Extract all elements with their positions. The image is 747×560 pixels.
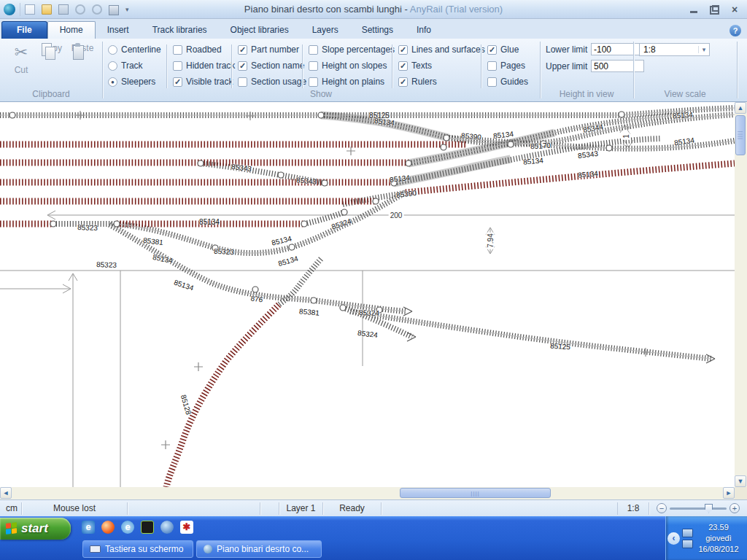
scrollbar-corner [735, 487, 747, 499]
part-number-label: 85323 [96, 260, 117, 269]
check-glue[interactable]: ✓Glue [487, 44, 519, 55]
radio-sleepers[interactable]: ●Sleepers [108, 77, 155, 87]
check-section-usage[interactable]: Section usage [238, 77, 306, 87]
save-file-icon[interactable] [58, 4, 69, 15]
undo-icon[interactable] [75, 4, 85, 15]
copy-button[interactable]: Copy [38, 43, 66, 53]
check-slope-percentages[interactable]: Slope percentages [309, 44, 395, 55]
cut-button[interactable]: ✂ Cut [7, 43, 35, 75]
tab-track-libraries[interactable]: Track libraries [141, 22, 219, 39]
lower-limit-row: Lower limit [546, 43, 644, 55]
check-visible-track[interactable]: ✓Visible track [173, 77, 233, 87]
upper-limit-field[interactable] [591, 60, 644, 72]
network-icon[interactable] [682, 529, 693, 537]
window-controls: × [689, 5, 747, 14]
status-ready: Ready [323, 502, 382, 515]
check-section-name[interactable]: ✓Section name [238, 61, 304, 71]
check-height-on-plains[interactable]: Height on plains [309, 77, 384, 87]
taskbar-buttons: Tastiera su schermo Piano binari desrto … [82, 540, 322, 558]
open-file-icon[interactable] [42, 4, 52, 15]
status-scale: 1:8 [617, 502, 649, 515]
clock-date: 16/08/2012 [693, 544, 744, 555]
close-button[interactable]: × [729, 5, 740, 14]
tab-object-libraries[interactable]: Object libraries [219, 22, 301, 39]
firefox-icon[interactable] [101, 521, 115, 534]
part-number-label: 876 [250, 294, 263, 303]
paste-button[interactable]: Paste [69, 43, 96, 53]
quick-launch-bar: e e ✱ [82, 521, 193, 534]
status-layer: Layer 1 [279, 502, 323, 515]
restore-button[interactable] [709, 5, 719, 14]
qat-dropdown-icon[interactable]: ▾ [125, 6, 129, 13]
minimize-button[interactable] [689, 5, 699, 14]
internet-explorer-icon[interactable]: e [82, 521, 95, 534]
help-icon[interactable]: ? [729, 25, 741, 36]
network-icon-2[interactable] [682, 540, 693, 548]
windows-flag-icon [6, 522, 18, 535]
tab-info[interactable]: Info [405, 22, 443, 39]
check-pages[interactable]: Pages [487, 61, 525, 71]
group-label-clipboard: Clipboard [0, 89, 102, 99]
track-plan-drawing[interactable] [0, 102, 735, 487]
zoom-slider-thumb[interactable] [705, 504, 713, 513]
check-guides[interactable]: Guides [487, 77, 528, 87]
chevron-down-icon: ▾ [698, 46, 709, 53]
tab-home[interactable]: Home [47, 21, 96, 39]
tray-icons [682, 529, 693, 548]
zoom-slider[interactable] [670, 508, 727, 510]
horizontal-scrollbar[interactable]: ◄ |||| ► [0, 487, 735, 499]
status-unit: cm [0, 502, 22, 515]
zoom-control: − + [649, 503, 747, 513]
scroll-down-icon[interactable]: ▼ [735, 475, 746, 487]
vertical-scrollbar[interactable]: ▲ |||| ▼ [735, 102, 747, 487]
clock-day: giovedì [693, 533, 744, 544]
new-file-icon[interactable] [25, 4, 35, 15]
status-empty-2 [260, 502, 279, 515]
part-number-label: 85134 [673, 111, 694, 120]
tray-chevron-icon[interactable]: ‹ [667, 532, 680, 545]
vertical-scroll-thumb[interactable]: |||| [735, 115, 746, 155]
title-bar: ▾ Piano binari desrto con scambi lunghi … [0, 0, 747, 19]
zoom-in-icon[interactable]: + [729, 503, 740, 513]
scissors-icon: ✂ [7, 43, 35, 65]
part-number-label: 85134 [199, 218, 220, 226]
group-label-show: Show [102, 89, 540, 99]
check-roadbed[interactable]: Roadbed [173, 44, 222, 55]
scroll-up-icon[interactable]: ▲ [735, 102, 746, 114]
media-player-icon[interactable] [160, 521, 174, 534]
radio-centerline[interactable]: Centerline [108, 44, 161, 55]
on-screen-keyboard-icon[interactable] [141, 521, 154, 534]
taskbar-button-anyrail[interactable]: Piano binari desrto co... [196, 540, 322, 558]
lower-limit-field[interactable] [591, 43, 644, 55]
start-button[interactable]: start [0, 518, 71, 540]
scroll-right-icon[interactable]: ► [723, 487, 735, 499]
check-part-number[interactable]: ✓Part number [238, 44, 299, 55]
anyrail-window: ▾ Piano binari desrto con scambi lunghi … [0, 0, 747, 560]
check-rulers[interactable]: ✓Rulers [398, 77, 437, 87]
browser-icon[interactable]: e [121, 521, 134, 534]
tab-layers[interactable]: Layers [301, 22, 350, 39]
ruler-measure-label: 1 [622, 133, 630, 140]
taskbar: start e e ✱ Tastiera su schermo Piano bi… [0, 516, 747, 560]
app-red-icon[interactable]: ✱ [180, 521, 193, 534]
part-number-label: 85125 [550, 342, 571, 351]
part-number-label: 85381 [299, 307, 320, 316]
check-texts[interactable]: ✓Texts [398, 61, 432, 71]
taskbar-button-keyboard[interactable]: Tastiera su schermo [82, 540, 193, 558]
check-height-on-slopes[interactable]: Height on slopes [309, 61, 387, 71]
horizontal-scroll-thumb[interactable]: |||| [400, 488, 551, 498]
tab-file[interactable]: File [1, 21, 47, 39]
anyrail-app-icon[interactable] [4, 4, 15, 15]
track-plan-canvas[interactable]: 8512585134853908513485344851348517085343… [0, 102, 747, 499]
redo-icon[interactable] [92, 4, 102, 15]
scroll-left-icon[interactable]: ◄ [0, 487, 12, 499]
view-scale-dropdown[interactable]: 1:8 ▾ [639, 43, 710, 56]
check-lines-and-surfaces[interactable]: ✓Lines and surfaces [398, 44, 485, 55]
zoom-out-icon[interactable]: − [657, 503, 667, 513]
ruler-measure-label: 200 [389, 211, 404, 219]
radio-track[interactable]: Track [108, 61, 143, 71]
check-hidden-track[interactable]: Hidden track [173, 61, 235, 71]
tab-settings[interactable]: Settings [350, 22, 405, 39]
print-icon[interactable] [109, 5, 119, 15]
tab-insert[interactable]: Insert [96, 22, 141, 39]
